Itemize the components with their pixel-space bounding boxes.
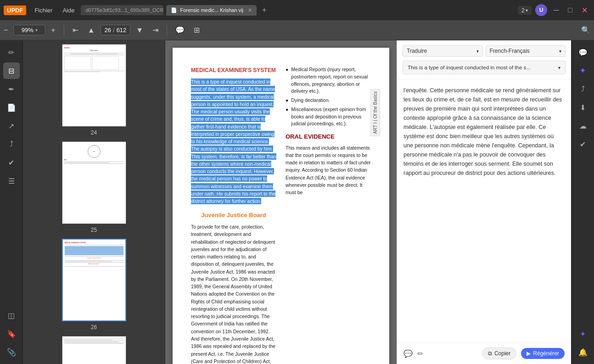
page-down-icon: ▼ xyxy=(136,26,143,34)
bullet-dying-declaration: ● Dying declaration. xyxy=(286,97,371,104)
source-text-preview[interactable]: This is a type of inquest conducted in m… xyxy=(403,61,566,74)
search-button[interactable]: 🔍 xyxy=(577,24,594,36)
sidebar-attachment-icon[interactable]: 📎 xyxy=(3,344,20,360)
thumb-img-26[interactable]: MEDICAL EXAMINER'S SYSTEM Juvenile Justi… xyxy=(62,239,126,321)
tab-active[interactable]: 📄 Forensic medic... Krishan vij ✕ xyxy=(166,5,257,16)
message-icon[interactable]: 💬 xyxy=(403,349,413,358)
thumb-label-24: 24 xyxy=(91,129,97,136)
zoom-in-button[interactable]: + xyxy=(47,24,59,36)
right-sidebar-ai-icon[interactable]: ✦ xyxy=(575,62,591,79)
updf-logo: UPDF xyxy=(4,6,26,15)
sidebar-annotate-icon[interactable]: ✒ xyxy=(3,81,20,97)
page-next-button[interactable]: ▼ xyxy=(132,24,147,36)
right-sidebar-download-icon[interactable]: ⬇ xyxy=(575,99,591,116)
thumbnail-page-27[interactable]: 27 xyxy=(62,336,126,364)
target-lang-label: French-Français xyxy=(490,48,530,54)
maximize-button[interactable]: □ xyxy=(565,6,575,14)
pdf-area[interactable]: MEDICAL EXAMINER'S SYSTEM This is a type… xyxy=(165,40,397,364)
zoom-out-icon: − xyxy=(4,26,8,34)
right-sidebar-check-icon[interactable]: ✔ xyxy=(575,136,591,152)
right-sidebar-comment-icon[interactable]: 💬 xyxy=(575,44,591,61)
divider-2 xyxy=(167,25,167,36)
translated-text: l'enquête. Cette personne médicale se re… xyxy=(403,87,562,176)
menu-aide[interactable]: Aide xyxy=(59,5,78,16)
regenerate-button[interactable]: ▶ Régénérer xyxy=(521,348,565,359)
translate-label: Traduire xyxy=(407,48,427,54)
page-first-button[interactable]: ⇤ xyxy=(69,24,82,36)
page-up-icon: ▲ xyxy=(88,26,95,34)
thumbnail-page-24[interactable]: ■■■■■■■ Page content 24 xyxy=(62,44,126,136)
menu-fichier[interactable]: Fichier xyxy=(31,5,56,16)
zoom-in-icon: + xyxy=(51,26,55,34)
layout-button[interactable]: ⊞ xyxy=(190,24,203,36)
sidebar-extract-icon[interactable]: ↗ xyxy=(3,118,20,134)
close-button[interactable]: ✕ xyxy=(579,6,590,15)
page-last-icon: ⇥ xyxy=(152,26,158,34)
tab-close-button[interactable]: ✕ xyxy=(248,7,252,13)
copy-button[interactable]: ⧉ Copier xyxy=(482,347,516,359)
target-lang-chevron-icon: ▾ xyxy=(559,49,561,54)
highlighted-medical-text: This is a type of inquest conducted in m… xyxy=(191,78,276,204)
translation-header: Traduire ▾ French-Français ▾ This is a t… xyxy=(397,40,571,79)
sidebar-thumbnail-icon[interactable]: ⊟ xyxy=(3,62,20,79)
divider-1 xyxy=(64,25,64,36)
thumb-img-27[interactable] xyxy=(62,336,126,364)
medical-examiner-text: This is a type of inquest conducted in m… xyxy=(191,78,276,205)
bullet-miscellaneous: ● Miscellaneous (expert opinion from boo… xyxy=(286,106,371,128)
zoom-out-button[interactable]: − xyxy=(0,24,11,36)
thumbnail-page-26[interactable]: MEDICAL EXAMINER'S SYSTEM Juvenile Justi… xyxy=(62,239,126,330)
medical-examiner-title: MEDICAL EXAMINER'S SYSTEM xyxy=(191,66,276,74)
sidebar-edit-icon[interactable]: ✏ xyxy=(3,44,20,61)
bullet-icon-3: ● xyxy=(286,106,288,128)
translation-panel: Traduire ▾ French-Français ▾ This is a t… xyxy=(397,40,571,364)
bullet-icon-1: ● xyxy=(286,66,288,95)
tab-inactive-label: d0775e3df1c93...1_690x389_OCR xyxy=(85,7,163,13)
part-label: ART I | Of the Basics xyxy=(370,89,380,136)
tab-add-button[interactable]: + xyxy=(259,6,269,14)
total-pages: 612 xyxy=(117,27,127,34)
target-language-select[interactable]: French-Français ▾ xyxy=(486,45,566,57)
translation-content: l'enquête. Cette personne médicale se re… xyxy=(397,79,571,342)
right-sidebar-star-icon[interactable]: ✦ xyxy=(575,325,591,342)
page-last-button[interactable]: ⇥ xyxy=(149,24,162,36)
search-icon: 🔍 xyxy=(581,26,590,34)
sidebar-layers-icon[interactable]: ◫ xyxy=(3,307,20,324)
tab-inactive[interactable]: d0775e3df1c93...1_690x389_OCR xyxy=(81,5,163,15)
juvenile-justice-title: Juvenile Justice Board xyxy=(191,211,276,220)
topbar-right: 2 ▾ U ─ □ ✕ xyxy=(518,4,590,16)
edit-icon[interactable]: ✏ xyxy=(417,349,423,358)
comment-button[interactable]: 💬 xyxy=(172,24,188,36)
comment-icon: 💬 xyxy=(175,26,185,34)
tab-active-icon: 📄 xyxy=(171,7,177,13)
thumb-img-24[interactable]: ■■■■■■■ Page content xyxy=(62,44,126,127)
sidebar-share-icon[interactable]: ⤴ xyxy=(3,136,20,152)
page-prev-button[interactable]: ▲ xyxy=(84,24,99,36)
oral-evidence-title: ORAL EVIDENCE xyxy=(286,132,371,141)
minimize-button[interactable]: ─ xyxy=(551,6,561,14)
translation-footer: 💬 ✏ ⧉ Copier ▶ Régénérer xyxy=(397,342,571,364)
oral-evidence-text: This means and includes all statements t… xyxy=(286,144,371,196)
tab-counter: 2 ▾ xyxy=(518,6,532,15)
expand-icon: ▾ xyxy=(558,65,560,70)
zoom-value: 99% xyxy=(22,27,34,34)
zoom-display[interactable]: 99% ▾ xyxy=(13,25,45,35)
sidebar-organize-icon[interactable]: ☰ xyxy=(3,173,20,189)
sidebar-pages-icon[interactable]: 📄 xyxy=(3,99,20,116)
thumb-label-25: 25 xyxy=(91,227,97,233)
right-sidebar-share-icon[interactable]: ⤴ xyxy=(575,81,591,97)
current-page[interactable]: 26 xyxy=(105,27,111,34)
thumbnail-page-25[interactable]: ● ■■■ 25 xyxy=(62,141,126,233)
right-sidebar: 💬 ✦ ⤴ ⬇ ☁ ✔ ✦ 🔔 xyxy=(571,40,594,364)
translate-controls-row: Traduire ▾ French-Français ▾ xyxy=(403,45,566,57)
user-avatar[interactable]: U xyxy=(535,4,547,16)
right-sidebar-cloud-icon[interactable]: ☁ xyxy=(575,118,591,134)
regenerate-label: Régénérer xyxy=(533,350,559,357)
bullet-medical-reports: ● Medical Reports (injury report, postmo… xyxy=(286,66,371,95)
bullet-icon-2: ● xyxy=(286,97,288,104)
source-language-select[interactable]: Traduire ▾ xyxy=(403,45,483,57)
thumb-img-25[interactable]: ● ■■■ xyxy=(62,141,126,224)
thumbnail-panel[interactable]: ■■■■■■■ Page content 24 xyxy=(23,40,165,364)
right-sidebar-notifications-icon[interactable]: 🔔 xyxy=(575,344,591,360)
sidebar-bookmark-icon[interactable]: 🔖 xyxy=(3,325,20,342)
sidebar-stamp-icon[interactable]: ✔ xyxy=(3,154,20,171)
